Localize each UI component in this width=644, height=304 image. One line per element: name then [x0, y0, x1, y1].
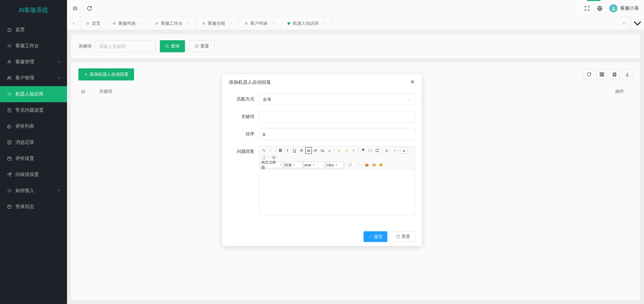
brush-icon[interactable]	[336, 147, 343, 154]
modal-reset-label: 重置	[401, 234, 410, 240]
svg-point-66	[380, 164, 381, 165]
strike-icon[interactable]: A	[298, 147, 305, 154]
reply-label: 问题回复	[229, 146, 259, 155]
sort-field[interactable]	[259, 128, 415, 140]
svg-marker-57	[280, 165, 281, 165]
svg-marker-58	[294, 165, 295, 165]
wand-icon[interactable]	[343, 147, 350, 154]
heading-select[interactable]: 自定义标题	[260, 162, 283, 168]
remove-format-icon[interactable]: a	[401, 147, 407, 154]
sort-label: 排序	[229, 128, 259, 137]
svg-point-67	[381, 164, 382, 165]
match-select-value: 全等	[263, 97, 271, 103]
emoji-icon[interactable]	[378, 162, 384, 168]
modal-close-button[interactable]	[410, 79, 415, 85]
editor-toolbar: B I U A ab x² x₂	[259, 146, 415, 170]
keyword-label: 关键词	[229, 111, 259, 120]
svg-rect-52	[263, 156, 265, 159]
paragraph-select[interactable]: 段落	[283, 162, 303, 168]
svg-point-49	[348, 150, 348, 150]
italic-icon[interactable]: I	[284, 147, 291, 154]
svg-marker-59	[313, 165, 314, 165]
size-select[interactable]: 14px	[325, 162, 344, 168]
svg-marker-47	[408, 99, 410, 101]
sup-icon[interactable]: x²	[312, 147, 319, 154]
link-icon[interactable]	[347, 162, 353, 168]
match-select[interactable]: 全等	[259, 94, 415, 106]
modal-title: 添加机器人自动回复	[229, 79, 271, 85]
svg-point-48	[347, 149, 348, 149]
image-icon[interactable]	[364, 162, 370, 168]
modal-mask: 添加机器人自动回复 匹配方式 全等 关键词	[0, 0, 644, 304]
unlink-icon[interactable]	[354, 162, 361, 168]
match-label: 匹配方式	[229, 94, 259, 102]
multi-image-icon[interactable]	[371, 162, 377, 168]
rich-editor: B I U A ab x² x₂	[259, 146, 415, 215]
eraser-icon[interactable]	[326, 147, 333, 154]
code-icon[interactable]	[367, 147, 374, 154]
bg-color-icon[interactable]	[392, 147, 400, 154]
font-select[interactable]: arial	[303, 162, 325, 168]
modal: 添加机器人自动回复 匹配方式 全等 关键词	[222, 74, 422, 246]
sub-icon[interactable]: x₂	[319, 147, 326, 154]
submit-button[interactable]: 提交	[364, 231, 387, 242]
modal-reset-button[interactable]: 重置	[391, 231, 415, 242]
submit-label: 提交	[374, 234, 383, 240]
redo-icon[interactable]	[267, 147, 274, 154]
keyword-field[interactable]	[259, 111, 415, 123]
select-all-icon[interactable]	[350, 147, 357, 154]
svg-marker-60	[336, 165, 337, 165]
underline-icon[interactable]: U	[291, 147, 298, 154]
border-icon[interactable]: ab	[305, 147, 312, 154]
quote-icon[interactable]: ❝	[360, 147, 367, 154]
svg-marker-50	[388, 150, 389, 151]
bold-icon[interactable]: B	[277, 147, 284, 154]
font-color-icon[interactable]: A	[384, 147, 391, 154]
reverse-icon[interactable]	[374, 147, 381, 154]
svg-marker-56	[276, 157, 277, 158]
svg-rect-64	[373, 164, 375, 166]
svg-point-65	[379, 163, 383, 167]
svg-marker-51	[397, 150, 398, 151]
editor-content[interactable]	[259, 170, 415, 215]
undo-icon[interactable]	[260, 147, 267, 154]
